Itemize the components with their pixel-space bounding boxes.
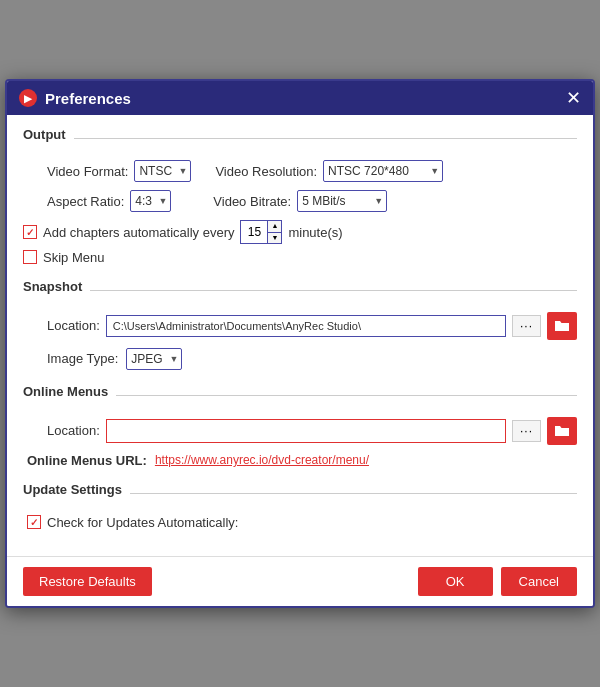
snapshot-dots-button[interactable]: ···	[512, 315, 541, 337]
aspect-ratio-select-wrapper: 4:3	[130, 190, 171, 212]
stepper-down[interactable]: ▼	[268, 233, 281, 243]
video-bitrate-select[interactable]: 5 MBit/s	[297, 190, 387, 212]
title-bar-left: ▶ Preferences	[19, 89, 131, 107]
video-format-select-wrapper: NTSC	[134, 160, 191, 182]
snapshot-folder-button[interactable]	[547, 312, 577, 340]
online-menus-location-input[interactable]	[106, 419, 506, 443]
video-format-label: Video Format:	[47, 164, 128, 179]
online-menus-label: Online Menus	[23, 384, 108, 399]
snapshot-location-row: Location: ···	[47, 312, 577, 340]
dialog-content: Output Video Format: NTSC Video Resolu	[7, 115, 593, 556]
video-bitrate-group: Video Bitrate: 5 MBit/s	[213, 190, 387, 212]
chapters-stepper[interactable]: ▲ ▼	[240, 220, 282, 244]
dialog-title: Preferences	[45, 90, 131, 107]
snapshot-fields: Location: ··· Image Type: JPEG	[23, 312, 577, 370]
image-type-label: Image Type:	[47, 351, 118, 366]
online-menus-location-label: Location:	[47, 423, 100, 438]
video-format-select[interactable]: NTSC	[134, 160, 191, 182]
chapters-label: Add chapters automatically every	[43, 225, 234, 240]
video-bitrate-label: Video Bitrate:	[213, 194, 291, 209]
dialog-footer: Restore Defaults OK Cancel	[7, 556, 593, 606]
chapters-minutes-input[interactable]	[241, 221, 267, 243]
preferences-dialog: ▶ Preferences ✕ Output Video Format: NTS…	[5, 79, 595, 608]
video-format-group: Video Format: NTSC	[47, 160, 191, 182]
check-updates-checkbox[interactable]	[27, 515, 41, 529]
output-fields: Video Format: NTSC Video Resolution: NTS…	[23, 160, 577, 212]
online-menus-dots-button[interactable]: ···	[512, 420, 541, 442]
stepper-up[interactable]: ▲	[268, 221, 281, 232]
footer-right-buttons: OK Cancel	[418, 567, 577, 596]
close-button[interactable]: ✕	[566, 89, 581, 107]
video-resolution-select[interactable]: NTSC 720*480	[323, 160, 443, 182]
image-type-select-wrapper: JPEG PNG BMP	[126, 348, 182, 370]
check-updates-label: Check for Updates Automatically:	[47, 515, 238, 530]
online-menus-section: Online Menus Location: ··· Online	[23, 384, 577, 468]
online-menus-folder-button[interactable]	[547, 417, 577, 445]
update-settings-section: Update Settings Check for Updates Automa…	[23, 482, 577, 530]
chapters-row: Add chapters automatically every ▲ ▼ min…	[23, 220, 577, 244]
online-menus-fields: Location: ···	[23, 417, 577, 445]
aspect-ratio-select[interactable]: 4:3	[130, 190, 171, 212]
chapters-unit: minute(s)	[288, 225, 342, 240]
title-bar: ▶ Preferences ✕	[7, 81, 593, 115]
aspect-ratio-label: Aspect Ratio:	[47, 194, 124, 209]
output-section: Output Video Format: NTSC Video Resolu	[23, 127, 577, 265]
chapters-checkbox[interactable]	[23, 225, 37, 239]
online-menus-url-label: Online Menus URL:	[27, 453, 147, 468]
snapshot-location-label: Location:	[47, 318, 100, 333]
video-resolution-select-wrapper: NTSC 720*480	[323, 160, 443, 182]
stepper-arrows: ▲ ▼	[267, 221, 281, 243]
snapshot-section: Snapshot Location: ··· Image Type:	[23, 279, 577, 370]
update-settings-label: Update Settings	[23, 482, 122, 497]
video-format-row: Video Format: NTSC Video Resolution: NTS…	[47, 160, 577, 182]
video-resolution-group: Video Resolution: NTSC 720*480	[215, 160, 443, 182]
snapshot-label: Snapshot	[23, 279, 82, 294]
aspect-ratio-row: Aspect Ratio: 4:3 Video Bitrate: 5 MBit/…	[47, 190, 577, 212]
video-bitrate-select-wrapper: 5 MBit/s	[297, 190, 387, 212]
app-icon: ▶	[19, 89, 37, 107]
restore-defaults-button[interactable]: Restore Defaults	[23, 567, 152, 596]
online-menus-section-header: Online Menus	[23, 384, 577, 407]
ok-button[interactable]: OK	[418, 567, 493, 596]
output-section-header: Output	[23, 127, 577, 150]
output-label: Output	[23, 127, 66, 142]
skip-menu-checkbox[interactable]	[23, 250, 37, 264]
online-menus-url-link[interactable]: https://www.anyrec.io/dvd-creator/menu/	[155, 453, 369, 467]
video-resolution-label: Video Resolution:	[215, 164, 317, 179]
skip-menu-label: Skip Menu	[43, 250, 104, 265]
snapshot-section-header: Snapshot	[23, 279, 577, 302]
check-updates-row: Check for Updates Automatically:	[23, 515, 577, 530]
update-settings-section-header: Update Settings	[23, 482, 577, 505]
image-type-row: Image Type: JPEG PNG BMP	[47, 348, 577, 370]
snapshot-location-input[interactable]	[106, 315, 506, 337]
image-type-select[interactable]: JPEG PNG BMP	[126, 348, 182, 370]
online-menus-location-row: Location: ···	[47, 417, 577, 445]
skip-menu-row: Skip Menu	[23, 250, 577, 265]
online-menus-url-row: Online Menus URL: https://www.anyrec.io/…	[27, 453, 577, 468]
aspect-ratio-group: Aspect Ratio: 4:3	[47, 190, 171, 212]
cancel-button[interactable]: Cancel	[501, 567, 577, 596]
